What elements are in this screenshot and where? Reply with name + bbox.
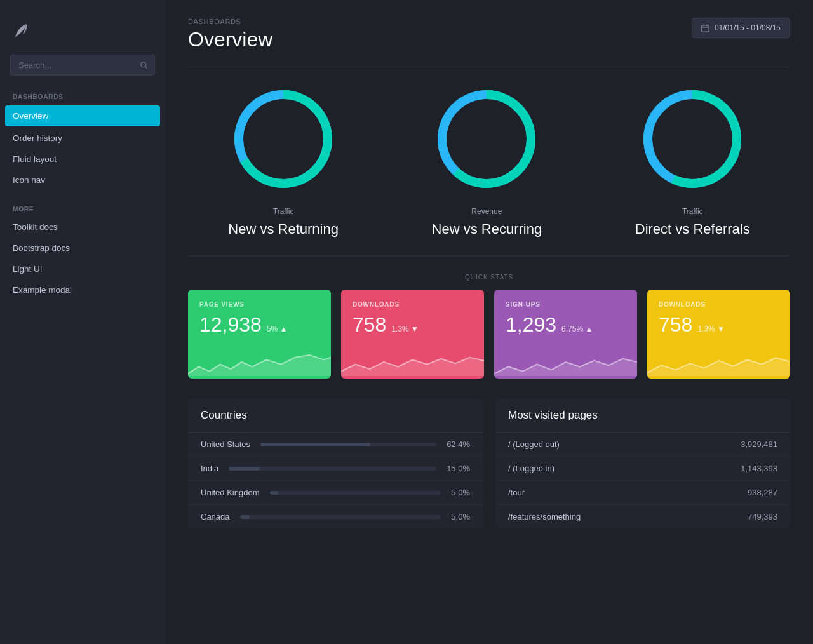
pages-table: Most visited pages / (Logged out) 3,929,… [495,399,790,528]
page-name: /features/something [508,512,581,521]
search-icon [140,61,149,70]
donut-chart-new-vs-returning [229,85,337,193]
date-range-button[interactable]: 01/01/15 - 01/08/15 [692,18,790,38]
sparkline-wrapper [188,341,331,379]
chart-type-label: Traffic [273,207,294,216]
page-name: / (Logged in) [508,464,554,473]
more-section-label: MORE [0,201,165,217]
date-range-label: 01/01/15 - 01/08/15 [715,23,781,32]
table-row: India 15.0% [188,457,483,481]
stat-value: 1,293 [506,313,556,337]
bar-fill [240,515,250,519]
donut-chart-direct-vs-referrals [638,85,746,193]
header-divider [188,67,790,67]
sidebar: DASHBOARDS Overview Order history Fluid … [0,0,165,644]
bar-fill [270,491,278,495]
country-name: United States [201,439,250,449]
stat-card-sign-ups: SIGN-UPS 1,293 6.75% ▲ [494,290,637,379]
stat-value: 12,938 [199,313,262,337]
chart-new-vs-recurring: Revenue New vs Recurring [432,85,542,238]
header-left: DASHBOARDS Overview [188,18,272,51]
donut-chart-new-vs-recurring [433,85,541,193]
leaf-icon [13,19,33,39]
bar-bg [270,491,441,495]
stat-label: DOWNLOADS [659,301,779,308]
sidebar-item-fluid-layout[interactable]: Fluid layout [0,149,165,170]
charts-divider [188,255,790,256]
stat-value-row: 758 1.3% ▼ [353,313,473,337]
sparkline-svg [647,341,790,376]
countries-rows: United States 62.4% India 15.0% United K… [188,433,483,528]
svg-point-8 [230,86,337,192]
bar-fill [229,467,260,471]
bar-fill [260,443,370,446]
stat-value: 758 [353,313,386,337]
sidebar-item-order-history[interactable]: Order history [0,128,165,149]
chart-type-label: Revenue [471,207,502,216]
country-value: 62.4% [447,439,470,449]
countries-title: Countries [188,399,483,433]
stat-change: 1.3% ▼ [391,325,419,333]
charts-row: Traffic New vs Returning Revenue New vs … [188,85,790,238]
sparkline-wrapper [341,341,484,379]
table-row: / (Logged in) 1,143,393 [495,457,790,481]
chart-direct-vs-referrals: Traffic Direct vs Referrals [635,85,750,238]
stat-change: 5% ▲ [267,325,288,333]
table-row: /features/something 749,393 [495,505,790,528]
stat-value-row: 1,293 6.75% ▲ [506,313,626,337]
dashboards-section-label: DASHBOARDS [0,88,165,104]
page-value: 3,929,481 [741,439,777,449]
sparkline-wrapper [494,341,637,379]
sidebar-item-toolkit-docs[interactable]: Toolkit docs [0,217,165,238]
breadcrumb: DASHBOARDS [188,18,272,25]
stat-label: PAGE VIEWS [199,301,319,308]
sidebar-logo [0,13,165,55]
tables-row: Countries United States 62.4% India 15.0… [188,399,790,528]
table-row: /tour 938,287 [495,481,790,505]
sidebar-item-bootstrap-docs[interactable]: Bootstrap docs [0,238,165,258]
page-title: Overview [188,28,272,51]
table-row: Canada 5.0% [188,505,483,528]
search-wrapper [0,55,165,88]
stat-card-downloads2: DOWNLOADS 758 1.3% ▼ [647,290,790,379]
stat-change: 6.75% ▲ [561,325,593,333]
sidebar-item-icon-nav[interactable]: Icon nav [0,170,165,191]
page-value: 938,287 [748,488,777,497]
sidebar-item-light-ui[interactable]: Light UI [0,258,165,279]
stat-value-row: 12,938 5% ▲ [199,313,319,337]
stat-change: 1.3% ▼ [697,325,725,333]
country-value: 5.0% [451,488,470,497]
main-content: DASHBOARDS Overview 01/01/15 - 01/08/15 … [165,0,813,644]
countries-table: Countries United States 62.4% India 15.0… [188,399,483,528]
pages-title: Most visited pages [495,399,790,433]
sparkline-svg [494,341,637,376]
table-row: / (Logged out) 3,929,481 [495,433,790,457]
quick-stats-label: QUICK STATS [188,274,790,281]
chart-title: Direct vs Referrals [635,221,750,238]
page-name: /tour [508,488,525,497]
page-name: / (Logged out) [508,439,560,449]
country-name: India [201,464,218,473]
chart-title: New vs Recurring [432,221,542,238]
page-value: 749,393 [748,512,777,521]
search-input[interactable] [10,55,155,76]
svg-line-1 [145,66,148,69]
page-header: DASHBOARDS Overview 01/01/15 - 01/08/15 [188,18,790,51]
sidebar-item-example-modal[interactable]: Example modal [0,279,165,300]
chart-new-vs-returning: Traffic New vs Returning [228,85,339,238]
calendar-icon [701,24,709,32]
bar-bg [240,515,441,519]
table-row: United Kingdom 5.0% [188,481,483,505]
page-value: 1,143,393 [741,464,777,473]
stat-value: 758 [659,313,692,337]
country-value: 15.0% [447,464,470,473]
sparkline-svg [188,341,331,376]
sidebar-item-overview[interactable]: Overview [5,105,160,126]
svg-point-0 [141,62,146,67]
bar-bg [260,443,436,446]
stats-row: PAGE VIEWS 12,938 5% ▲ DOWNLOADS 758 1.3… [188,290,790,379]
chart-title: New vs Returning [228,221,339,238]
country-name: United Kingdom [201,488,260,497]
sparkline-wrapper [647,341,790,379]
country-name: Canada [201,512,230,521]
